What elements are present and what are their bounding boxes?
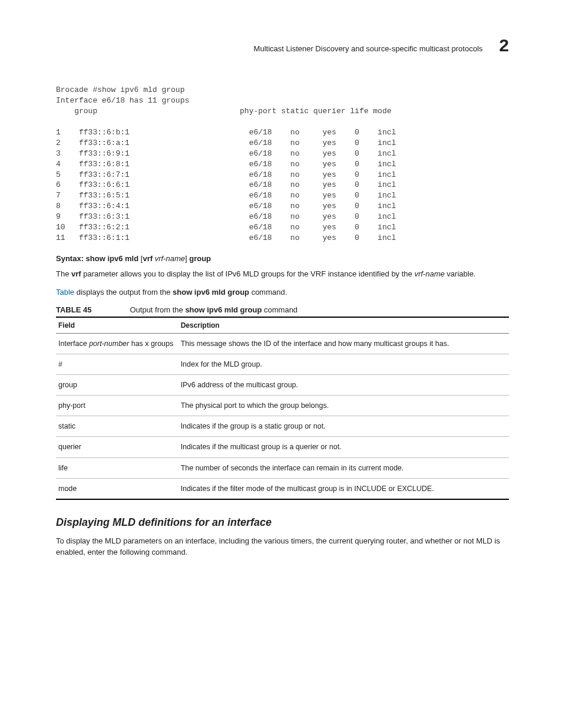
section-intro-para: To display the MLD parameters on an inte…	[56, 536, 509, 558]
table-number: TABLE 45	[56, 305, 91, 314]
th-field: Field	[56, 317, 178, 334]
table-row: # Index for the MLD group.	[56, 354, 509, 374]
syntax-bracket-close: ]	[185, 254, 187, 263]
table-row: mode Indicates if the filter mode of the…	[56, 478, 509, 499]
syntax-cmd-post: group	[189, 254, 211, 263]
table-row: life The number of seconds the interface…	[56, 457, 509, 478]
table-row: static Indicates if the group is a stati…	[56, 416, 509, 437]
header-title: Multicast Listener Discovery and source-…	[254, 44, 483, 53]
cli-output: Brocade #show ipv6 mld group Interface e…	[56, 85, 509, 243]
output-fields-table: Field Description Interface port-number …	[56, 317, 509, 500]
table-link[interactable]: Table	[56, 288, 74, 297]
table-caption: TABLE 45 Output from the show ipv6 mld g…	[56, 305, 509, 314]
page-header: Multicast Listener Discovery and source-…	[56, 35, 509, 55]
table-intro-para: Table displays the output from the show …	[56, 287, 509, 298]
syntax-option-var: vrf-name	[155, 254, 185, 263]
th-description: Description	[178, 317, 509, 334]
chapter-number: 2	[499, 35, 509, 55]
syntax-line: Syntax: show ipv6 mld [vrf vrf-name] gro…	[56, 254, 509, 263]
syntax-option-keyword: vrf	[143, 254, 153, 263]
vrf-description-para: The vrf parameter allows you to display …	[56, 269, 509, 280]
syntax-cmd-pre: show ipv6 mld	[86, 254, 139, 263]
syntax-label: Syntax:	[56, 254, 84, 263]
table-row: group IPv6 address of the multicast grou…	[56, 375, 509, 396]
section-heading: Displaying MLD definitions for an interf…	[56, 516, 509, 529]
table-row: phy-port The physical port to which the …	[56, 396, 509, 416]
table-row: querier Indicates if the multicast group…	[56, 437, 509, 457]
table-row: Interface port-number has x groups This …	[56, 333, 509, 354]
